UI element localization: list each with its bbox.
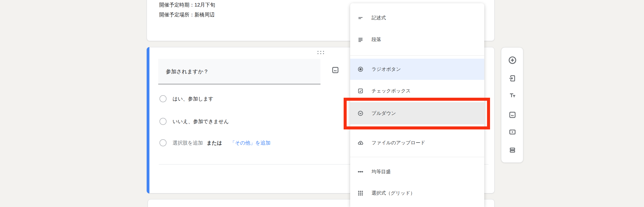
menu-item-label: 選択式（グリッド） [372,190,415,196]
toolbar-add-image-button[interactable] [507,110,517,120]
menu-item-file-upload[interactable]: ファイルのアップロード [350,132,484,154]
menu-item-radio-button[interactable]: ラジオボタン [350,59,484,80]
image-icon [509,111,516,119]
add-question-button[interactable] [507,55,517,65]
question-title-input[interactable]: 参加されますか？ [158,59,320,84]
short-text-icon [357,15,364,21]
menu-item-paragraph[interactable]: 段落 [350,29,484,50]
option-row-1: はい、参加します [159,95,213,102]
menu-item-label: プルダウン [372,110,396,117]
question-title-text: 参加されますか？ [158,68,209,75]
import-questions-icon [509,75,516,82]
floating-insert-toolbar [501,47,523,163]
question-type-menu: 記述式 段落 ラジオボタン チェックボックス [350,3,484,207]
menu-item-multiple-choice-grid[interactable]: 選択式（グリッド） [350,182,484,204]
plus-circle-icon [508,56,517,64]
previous-card-line-2: 開催予定場所：新橋周辺 [159,10,215,20]
menu-item-label: 段落 [372,36,381,43]
add-section-button[interactable] [507,145,517,155]
add-option-button[interactable]: 選択肢を追加 [173,140,203,146]
menu-item-dropdown[interactable]: プルダウン [350,102,484,124]
add-option-row: 選択肢を追加 または 「その他」を追加 [159,139,270,146]
paragraph-icon [357,37,364,43]
option-label[interactable]: はい、参加します [173,95,213,102]
or-text: または [207,140,222,146]
dropdown-circle-icon [357,110,364,116]
add-video-button[interactable] [507,127,517,137]
forms-editor-canvas: 開催予定時期：12月下旬 開催予定場所：新橋周辺 参加されますか？ はい、参加し… [0,0,644,207]
cloud-upload-icon [357,140,364,146]
menu-divider [350,55,484,56]
checkbox-icon [357,88,364,94]
radio-button-icon [357,66,364,72]
add-image-to-question-button[interactable] [329,63,342,77]
radio-option-circle[interactable] [159,118,167,125]
option-row-2: いいえ、参加できません [159,118,229,125]
add-title-button[interactable] [507,90,517,100]
option-label[interactable]: いいえ、参加できません [173,118,229,125]
radio-option-circle[interactable] [159,95,167,102]
menu-item-label: ファイルのアップロード [372,140,425,146]
video-icon [509,128,516,136]
menu-item-label: チェックボックス [372,88,411,94]
add-other-option-link[interactable]: 「その他」を追加 [230,140,270,146]
title-text-icon [509,92,516,99]
linear-scale-icon [357,169,364,175]
grid-icon [357,190,364,196]
drag-handle-icon[interactable] [317,51,324,54]
menu-item-label: 記述式 [372,15,386,21]
section-break-icon [509,146,516,154]
menu-item-checkbox[interactable]: チェックボックス [350,80,484,102]
radio-option-circle [159,139,167,146]
previous-card-line-1: 開催予定時期：12月下旬 [159,0,215,10]
menu-item-label: 均等目盛 [372,168,391,175]
menu-item-linear-scale[interactable]: 均等目盛 [350,161,484,183]
image-icon [332,66,339,74]
import-questions-button[interactable] [507,73,517,83]
previous-card-description: 開催予定時期：12月下旬 開催予定場所：新橋周辺 [159,0,215,20]
active-card-accent-bar [147,47,149,193]
menu-item-short-answer[interactable]: 記述式 [350,7,484,29]
menu-item-label: ラジオボタン [372,66,401,73]
menu-divider [350,157,484,157]
